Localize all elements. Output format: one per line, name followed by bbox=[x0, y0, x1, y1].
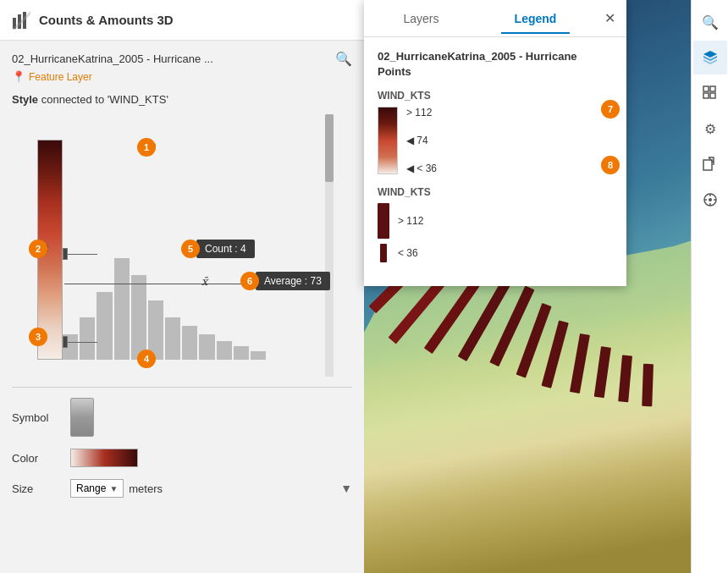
legend-section-ramp: WIND_KTS > 112 ◀ 74 ◀ < 36 7 8 bbox=[378, 90, 613, 174]
svg-rect-11 bbox=[703, 160, 712, 170]
legend-spike-small bbox=[380, 244, 387, 262]
tools-button[interactable] bbox=[693, 183, 727, 217]
float-tabs: Layers Legend ✕ bbox=[364, 0, 626, 37]
symbol-row: Symbol bbox=[12, 398, 352, 437]
legend-field-label-2: WIND_KTS bbox=[378, 186, 613, 198]
panel-body: 02_HurricaneKatrina_2005 - Hurricane ...… bbox=[0, 41, 364, 573]
svg-marker-4 bbox=[703, 51, 717, 58]
grid-button[interactable] bbox=[693, 76, 727, 110]
color-label: Color bbox=[12, 452, 58, 465]
scroll-track[interactable] bbox=[325, 114, 334, 377]
tools-icon bbox=[703, 192, 718, 207]
average-xbar: x̄ bbox=[201, 275, 207, 289]
badge-7: 7 bbox=[601, 100, 620, 118]
size-expand-icon[interactable]: ▼ bbox=[340, 482, 352, 495]
svg-rect-7 bbox=[703, 86, 709, 91]
hist-bar bbox=[217, 341, 232, 360]
locate-icon[interactable]: 🔍 bbox=[335, 51, 352, 67]
size-select: Range ▼ meters bbox=[70, 479, 163, 498]
hist-bar bbox=[97, 292, 112, 360]
svg-point-14 bbox=[709, 198, 712, 201]
legend-ramp bbox=[378, 107, 398, 174]
ramp-label-bottom: ◀ < 36 bbox=[406, 163, 437, 174]
settings-icon: ⚙ bbox=[704, 121, 716, 137]
avg-tooltip: Average : 73 bbox=[256, 272, 330, 290]
scroll-thumb[interactable] bbox=[325, 114, 334, 182]
badge-1: 1 bbox=[137, 138, 156, 157]
layer-name-text: 02_HurricaneKatrina_2005 - Hurricane ... bbox=[12, 52, 213, 65]
hist-bar bbox=[199, 334, 214, 360]
legend-layer-title: 02_HurricaneKatrina_2005 - Hurricane Poi… bbox=[378, 49, 613, 80]
tab-layers[interactable]: Layers bbox=[364, 3, 478, 34]
svg-rect-10 bbox=[710, 93, 715, 98]
average-line: x̄ bbox=[64, 284, 259, 284]
symbol-label: Symbol bbox=[12, 411, 58, 424]
symbol-preview[interactable] bbox=[70, 398, 94, 437]
svg-rect-8 bbox=[710, 86, 715, 91]
size-unit: meters bbox=[129, 482, 163, 495]
pin-icon: 📍 bbox=[12, 70, 25, 83]
badge-3: 3 bbox=[29, 328, 47, 346]
size-value: Range bbox=[76, 482, 106, 494]
panel-header: Counts & Amounts 3D bbox=[0, 0, 364, 41]
feature-layer-link[interactable]: 📍 Feature Layer bbox=[12, 70, 352, 83]
spike-8 bbox=[642, 364, 654, 406]
size-label: Size bbox=[12, 482, 58, 495]
settings-button[interactable]: ⚙ bbox=[693, 112, 727, 146]
badge-8: 8 bbox=[601, 156, 620, 174]
hist-bar bbox=[165, 317, 180, 360]
legend-ramp-labels: > 112 ◀ 74 ◀ < 36 bbox=[406, 107, 437, 174]
share-button[interactable] bbox=[693, 147, 727, 181]
right-toolbar: 🔍 ⚙ bbox=[691, 0, 728, 573]
legend-field-label-1: WIND_KTS bbox=[378, 90, 613, 102]
float-panel: Layers Legend ✕ 02_HurricaneKatrina_2005… bbox=[364, 0, 626, 286]
search-button[interactable]: 🔍 bbox=[693, 5, 727, 39]
color-preview[interactable] bbox=[70, 449, 138, 467]
color-row: Color bbox=[12, 449, 352, 467]
badge-5: 5 bbox=[181, 240, 200, 258]
hist-bar bbox=[114, 258, 130, 360]
counts-amounts-icon bbox=[12, 11, 30, 30]
legend-sym-label-big: > 112 bbox=[398, 215, 423, 227]
grid-icon bbox=[703, 85, 718, 101]
legend-sym-label-small: < 36 bbox=[398, 247, 418, 259]
property-rows: Symbol Color Size Range ▼ meters ▼ bbox=[12, 387, 352, 498]
share-icon bbox=[703, 157, 718, 172]
badge-4: 4 bbox=[137, 350, 156, 368]
style-label: Style connected to 'WIND_KTS' bbox=[12, 93, 352, 106]
panel-title: Counts & Amounts 3D bbox=[39, 13, 174, 27]
legend-spike-big bbox=[378, 203, 389, 239]
count-tooltip: Count : 4 bbox=[196, 240, 255, 258]
hist-bar bbox=[131, 275, 146, 360]
layers-button[interactable] bbox=[693, 41, 727, 74]
ramp-label-mid: ◀ 74 bbox=[406, 135, 437, 146]
search-icon: 🔍 bbox=[702, 14, 719, 30]
handle-36[interactable] bbox=[63, 336, 97, 348]
tab-legend[interactable]: Legend bbox=[478, 3, 593, 34]
layers-icon bbox=[702, 49, 719, 66]
hist-bar bbox=[182, 326, 197, 360]
right-area: Layers Legend ✕ 02_HurricaneKatrina_2005… bbox=[364, 0, 728, 573]
dropdown-arrow: ▼ bbox=[109, 484, 118, 493]
histogram-container: 1 150 2 112 bbox=[12, 114, 334, 377]
close-button[interactable]: ✕ bbox=[593, 0, 626, 37]
legend-section-symbols: WIND_KTS > 112 < 36 bbox=[378, 186, 613, 262]
badge-2: 2 bbox=[29, 240, 47, 258]
size-row: Size Range ▼ meters ▼ bbox=[12, 479, 352, 498]
ramp-label-top: > 112 bbox=[406, 107, 437, 118]
float-body: 02_HurricaneKatrina_2005 - Hurricane Poi… bbox=[364, 37, 626, 286]
legend-sym-big: > 112 bbox=[378, 203, 613, 239]
layer-name-row: 02_HurricaneKatrina_2005 - Hurricane ...… bbox=[12, 51, 352, 67]
hist-bar bbox=[234, 346, 249, 360]
hist-bar bbox=[251, 351, 266, 360]
size-select-box[interactable]: Range ▼ bbox=[70, 479, 124, 498]
badge-6: 6 bbox=[240, 272, 259, 290]
svg-rect-9 bbox=[703, 93, 709, 98]
left-panel: Counts & Amounts 3D 02_HurricaneKatrina_… bbox=[0, 0, 364, 573]
legend-sym-small: < 36 bbox=[378, 244, 613, 262]
